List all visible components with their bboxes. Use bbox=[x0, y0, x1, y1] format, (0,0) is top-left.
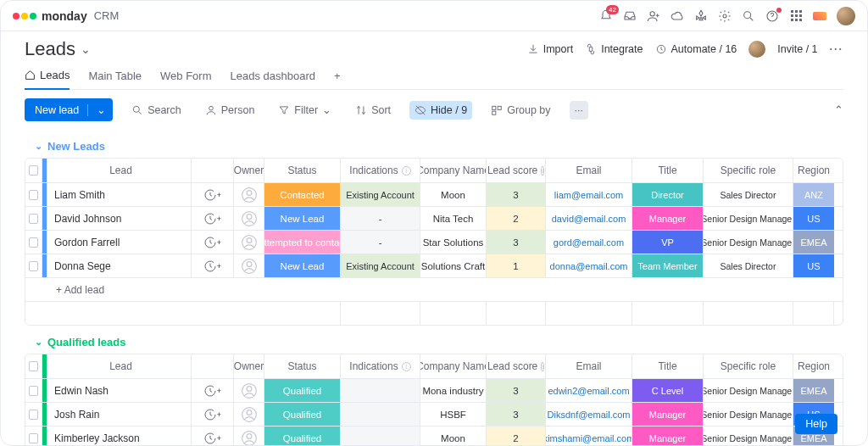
activity-icon[interactable]: + bbox=[192, 231, 234, 254]
company-cell[interactable]: Solutions Craft bbox=[420, 254, 487, 277]
region-cell[interactable]: ANZ bbox=[793, 183, 834, 206]
col-title[interactable]: Title bbox=[632, 354, 704, 378]
owner-avatar[interactable] bbox=[234, 183, 264, 206]
group-header[interactable]: ⌄Qualified leads bbox=[25, 332, 843, 354]
status-cell[interactable]: Attempted to contact bbox=[264, 231, 341, 254]
search-icon[interactable] bbox=[742, 9, 755, 23]
indications-cell[interactable] bbox=[341, 403, 420, 426]
region-cell[interactable]: US bbox=[793, 207, 834, 230]
filter-button[interactable]: Filter⌄ bbox=[273, 100, 337, 120]
inbox-icon[interactable] bbox=[623, 9, 637, 23]
new-lead-button[interactable]: New lead⌄ bbox=[25, 98, 113, 121]
score-cell[interactable]: 3 bbox=[487, 379, 546, 402]
col-status[interactable]: Status bbox=[264, 159, 341, 182]
indications-cell[interactable]: - bbox=[341, 207, 420, 230]
bell-icon[interactable]: 42 bbox=[599, 9, 613, 23]
table-row[interactable]: Gordon Farrell+Attempted to contact-Star… bbox=[25, 230, 843, 254]
tab-leads-dashboard[interactable]: Leads dashboard bbox=[231, 69, 315, 89]
row-checkbox[interactable] bbox=[25, 426, 42, 446]
collapse-header-icon[interactable]: ⌃ bbox=[834, 103, 843, 116]
product-switch-icon[interactable] bbox=[813, 9, 826, 23]
table-row[interactable]: Edwin Nash+QualifiedMona industry3edwin2… bbox=[25, 378, 843, 402]
indications-cell[interactable] bbox=[341, 379, 420, 402]
indications-cell[interactable]: Existing Account bbox=[341, 254, 420, 277]
table-row[interactable]: Liam Smith+ContactedExisting AccountMoon… bbox=[25, 182, 843, 206]
title-cell[interactable]: Manager bbox=[632, 426, 704, 446]
table-row[interactable]: Josh Rain+QualifiedHSBF3Diksdnf@email.co… bbox=[25, 402, 843, 426]
col-leadscore[interactable]: Lead scorei bbox=[487, 159, 546, 182]
owner-avatar[interactable] bbox=[234, 426, 264, 446]
status-cell[interactable]: New Lead bbox=[264, 254, 341, 277]
title-cell[interactable]: Manager bbox=[632, 207, 704, 230]
invite-button[interactable]: Invite / 1 bbox=[777, 43, 817, 55]
lead-name[interactable]: Edwin Nash bbox=[47, 379, 192, 402]
indications-cell[interactable]: - bbox=[341, 231, 420, 254]
board-owner-avatar[interactable] bbox=[748, 41, 765, 58]
help-icon[interactable] bbox=[765, 9, 779, 23]
chevron-down-icon[interactable]: ⌄ bbox=[97, 103, 106, 116]
email-cell[interactable]: kimshami@email.com bbox=[546, 426, 632, 446]
row-checkbox[interactable] bbox=[25, 207, 42, 230]
chevron-down-icon[interactable]: ⌄ bbox=[81, 42, 91, 56]
score-cell[interactable]: 2 bbox=[487, 207, 546, 230]
help-button[interactable]: Help bbox=[795, 414, 837, 434]
group-header[interactable]: ⌄New Leads bbox=[25, 137, 843, 158]
score-cell[interactable]: 1 bbox=[487, 254, 546, 277]
score-cell[interactable]: 2 bbox=[487, 426, 546, 446]
lead-name[interactable]: David Johnson bbox=[47, 207, 192, 230]
col-status[interactable]: Status bbox=[264, 354, 341, 378]
title-cell[interactable]: Manager bbox=[632, 403, 704, 426]
owner-avatar[interactable] bbox=[234, 254, 264, 277]
region-cell[interactable]: EMEA bbox=[793, 231, 834, 254]
owner-avatar[interactable] bbox=[234, 379, 264, 402]
role-cell[interactable]: Senior Design Manager bbox=[704, 231, 793, 254]
role-cell[interactable]: Sales Director bbox=[704, 183, 793, 206]
row-checkbox[interactable] bbox=[25, 183, 42, 206]
col-activity[interactable] bbox=[192, 354, 234, 378]
lead-name[interactable]: Gordon Farrell bbox=[47, 231, 192, 254]
row-checkbox[interactable] bbox=[25, 403, 42, 426]
invite-icon[interactable] bbox=[647, 9, 660, 23]
score-cell[interactable]: 3 bbox=[487, 231, 546, 254]
email-cell[interactable]: david@email.com bbox=[546, 207, 632, 230]
region-cell[interactable]: EMEA bbox=[793, 379, 834, 402]
board-title[interactable]: Leads bbox=[25, 38, 75, 60]
company-cell[interactable]: Moon bbox=[420, 183, 487, 206]
region-cell[interactable]: US bbox=[793, 254, 834, 277]
status-cell[interactable]: Qualified bbox=[264, 426, 341, 446]
tab-web-form[interactable]: Web Form bbox=[160, 69, 211, 89]
col-lead[interactable]: Lead bbox=[47, 159, 192, 182]
col-lead[interactable]: Lead bbox=[47, 354, 192, 378]
company-cell[interactable]: Star Solutions bbox=[420, 231, 487, 254]
status-cell[interactable]: Contacted bbox=[264, 183, 341, 206]
search-button[interactable]: Search bbox=[126, 101, 186, 120]
col-role[interactable]: Specific role bbox=[704, 354, 793, 378]
col-email[interactable]: Email bbox=[546, 354, 632, 378]
title-cell[interactable]: Team Member bbox=[632, 254, 704, 277]
sort-button[interactable]: Sort bbox=[350, 101, 396, 120]
email-cell[interactable]: liam@email.com bbox=[546, 183, 632, 206]
company-cell[interactable]: Nita Tech bbox=[420, 207, 487, 230]
role-cell[interactable]: Senior Design Manager bbox=[704, 207, 793, 230]
role-cell[interactable]: Senior Design Manager bbox=[704, 379, 793, 402]
email-cell[interactable]: donna@email.com bbox=[546, 254, 632, 277]
email-cell[interactable]: edwin2@email.com bbox=[546, 379, 632, 402]
brand[interactable]: monday CRM bbox=[13, 9, 119, 23]
activity-icon[interactable]: + bbox=[192, 254, 234, 277]
role-cell[interactable]: Senior Design Manager bbox=[704, 426, 793, 446]
activity-icon[interactable]: + bbox=[192, 403, 234, 426]
col-owner[interactable]: Owner bbox=[234, 354, 264, 378]
add-view-button[interactable]: + bbox=[334, 69, 341, 89]
col-owner[interactable]: Owner bbox=[234, 159, 264, 182]
tab-main-table[interactable]: Main Table bbox=[88, 69, 142, 89]
col-email[interactable]: Email bbox=[546, 159, 632, 182]
owner-avatar[interactable] bbox=[234, 207, 264, 230]
lead-name[interactable]: Liam Smith bbox=[47, 183, 192, 206]
score-cell[interactable]: 3 bbox=[487, 403, 546, 426]
col-company[interactable]: Company Name bbox=[420, 354, 487, 378]
hide-button[interactable]: Hide / 9 bbox=[409, 101, 472, 120]
menu-grid-icon[interactable] bbox=[789, 9, 803, 23]
col-indications[interactable]: Indicationsi bbox=[341, 159, 420, 182]
col-role[interactable]: Specific role bbox=[704, 159, 793, 182]
user-avatar[interactable] bbox=[837, 7, 855, 25]
